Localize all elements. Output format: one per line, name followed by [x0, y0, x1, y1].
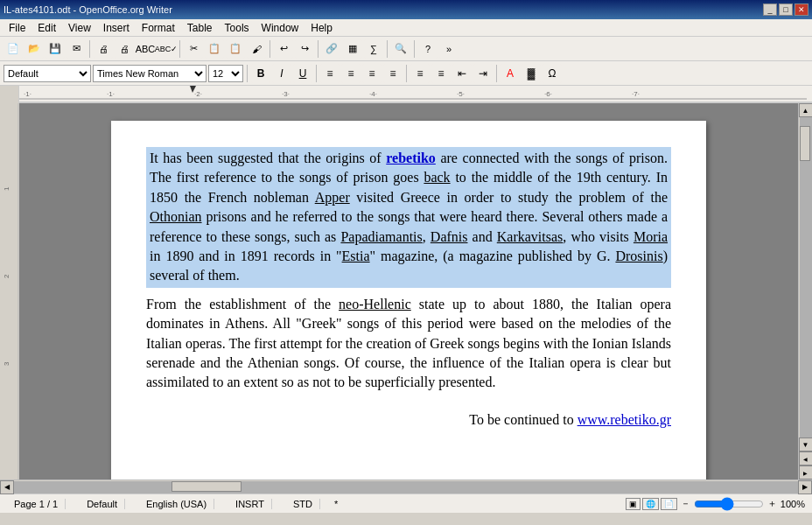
main-toolbar: 📄 📂 💾 ✉ 🖨 🖨 ABC ABC✓ ✂ 📋 📋 🖌 ↩ ↪ 🔗 ▦ ∑ 🔍… — [0, 37, 812, 61]
website-link[interactable]: www.rebetiko.gr — [578, 412, 671, 427]
sep1 — [89, 40, 90, 58]
prev-page-button[interactable]: ◀ — [799, 452, 813, 466]
rebetiko-link[interactable]: rebetiko — [386, 150, 436, 165]
view-web-icon[interactable]: 🌐 — [642, 498, 659, 510]
menu-insert[interactable]: Insert — [98, 21, 135, 35]
view-normal-icon[interactable]: ▣ — [626, 498, 640, 510]
scroll-track[interactable] — [800, 117, 812, 438]
horizontal-ruler: ·1· ·1· ·2· ·3· ·4· ·5· ·6· ·7· — [19, 86, 812, 102]
paragraph-1[interactable]: It has been suggested that the origins o… — [146, 147, 671, 288]
align-justify-button[interactable]: ≡ — [383, 64, 402, 83]
increase-indent-button[interactable]: ⇥ — [473, 64, 493, 83]
new-button[interactable]: 📄 — [4, 39, 23, 59]
format-paintbrush[interactable]: 🖌 — [247, 39, 266, 59]
sep2 — [179, 40, 180, 58]
view-preview-icon[interactable]: 📄 — [661, 498, 677, 510]
document-content: It has been suggested that the origins o… — [146, 147, 671, 430]
copy-button[interactable]: 📋 — [205, 39, 224, 59]
svg-text:3: 3 — [3, 361, 10, 366]
help-button[interactable]: ? — [418, 39, 438, 59]
align-right-button[interactable]: ≡ — [362, 64, 382, 83]
main-area: 1 2 3 It has been suggested that the ori… — [0, 103, 812, 480]
language-info: English (USA) — [139, 499, 214, 509]
bold-button[interactable]: B — [251, 64, 270, 83]
insert-mode[interactable]: INSRT — [228, 499, 272, 509]
scroll-down-button[interactable]: ▼ — [799, 438, 813, 452]
paste-button[interactable]: 📋 — [226, 39, 245, 59]
scroll-thumb[interactable] — [800, 126, 810, 161]
menu-edit[interactable]: Edit — [32, 21, 61, 35]
close-button[interactable]: ✕ — [794, 4, 808, 16]
menu-format[interactable]: Format — [136, 21, 180, 35]
minimize-button[interactable]: _ — [763, 4, 777, 16]
document-viewport[interactable]: It has been suggested that the origins o… — [19, 103, 798, 480]
svg-text:·6·: ·6· — [544, 90, 552, 98]
email-button[interactable]: ✉ — [66, 39, 86, 59]
character-button[interactable]: Ω — [542, 64, 562, 83]
zoom-in-icon[interactable]: ＋ — [767, 497, 777, 510]
title-text: IL-ates4101.odt - OpenOffice.org Writer — [4, 4, 172, 15]
asterisk: * — [334, 499, 338, 509]
menu-tools[interactable]: Tools — [220, 21, 255, 35]
font-color-button[interactable]: A — [500, 64, 520, 83]
svg-text:·4·: ·4· — [369, 90, 377, 98]
svg-text:·7·: ·7· — [632, 90, 640, 98]
hscroll-track[interactable] — [14, 481, 798, 494]
font-size-select[interactable]: 12 — [208, 65, 243, 82]
maximize-button[interactable]: □ — [779, 4, 793, 16]
zoom-out-icon[interactable]: － — [681, 497, 690, 510]
paragraph-2[interactable]: From the establishment of the neo-Hellen… — [146, 295, 671, 393]
hscroll-right-button[interactable]: ▶ — [798, 480, 812, 494]
next-page-button[interactable]: ▶ — [799, 466, 813, 480]
print-preview-button[interactable]: 🖨 — [94, 39, 113, 59]
svg-text:·3·: ·3· — [282, 90, 290, 98]
underline-button[interactable]: U — [293, 64, 312, 83]
font-name-select[interactable]: Times New Roman — [93, 65, 206, 82]
align-left-button[interactable]: ≡ — [320, 64, 340, 83]
zoom-slider[interactable] — [694, 497, 764, 511]
horizontal-scrollbar[interactable]: ◀ ▶ — [0, 480, 812, 494]
document-page: It has been suggested that the origins o… — [111, 121, 706, 480]
svg-text:1: 1 — [3, 186, 10, 191]
menubar: File Edit View Insert Format Table Tools… — [0, 19, 812, 37]
spellcheck-button[interactable]: ABC — [136, 39, 155, 59]
redo-button[interactable]: ↪ — [295, 39, 314, 59]
list-unordered-button[interactable]: ≡ — [410, 64, 430, 83]
paragraph-style-select[interactable]: Default — [4, 65, 91, 82]
style-info: Default — [80, 499, 125, 509]
autocorrect-button[interactable]: ABC✓ — [157, 39, 176, 59]
hyperlink-button[interactable]: 🔗 — [322, 39, 341, 59]
menu-file[interactable]: File — [4, 21, 31, 35]
find-button[interactable]: 🔍 — [391, 39, 410, 59]
menu-help[interactable]: Help — [305, 21, 338, 35]
menu-window[interactable]: Window — [256, 21, 304, 35]
align-center-button[interactable]: ≡ — [341, 64, 360, 83]
svg-rect-0 — [19, 86, 812, 102]
svg-rect-11 — [0, 103, 19, 480]
show-functions-button[interactable]: ∑ — [364, 39, 383, 59]
print-button[interactable]: 🖨 — [115, 39, 134, 59]
sep4 — [318, 40, 318, 58]
page-info: Page 1 / 1 — [7, 499, 66, 509]
paragraph-3: To be continued to www.rebetiko.gr — [146, 410, 671, 430]
table-button[interactable]: ▦ — [343, 39, 362, 59]
italic-button[interactable]: I — [272, 64, 291, 83]
undo-button[interactable]: ↩ — [274, 39, 293, 59]
decrease-indent-button[interactable]: ⇤ — [452, 64, 472, 83]
cut-button[interactable]: ✂ — [184, 39, 203, 59]
scroll-up-button[interactable]: ▲ — [799, 103, 813, 117]
menu-view[interactable]: View — [63, 21, 96, 35]
vertical-scrollbar[interactable]: ▲ ▼ ◀ ▶ — [798, 103, 812, 480]
the-text-2: The — [228, 336, 250, 351]
selection-mode[interactable]: STD — [286, 499, 320, 509]
sep-fmt3 — [406, 65, 407, 82]
list-ordered-button[interactable]: ≡ — [431, 64, 451, 83]
hscroll-left-button[interactable]: ◀ — [0, 480, 14, 494]
hscroll-thumb[interactable] — [172, 481, 242, 492]
highlight-button[interactable]: ▓ — [522, 64, 541, 83]
titlebar: IL-ates4101.odt - OpenOffice.org Writer … — [0, 0, 812, 19]
menu-table[interactable]: Table — [182, 21, 218, 35]
open-button[interactable]: 📂 — [24, 39, 44, 59]
expand-button[interactable]: » — [439, 39, 458, 59]
save-button[interactable]: 💾 — [46, 39, 65, 59]
